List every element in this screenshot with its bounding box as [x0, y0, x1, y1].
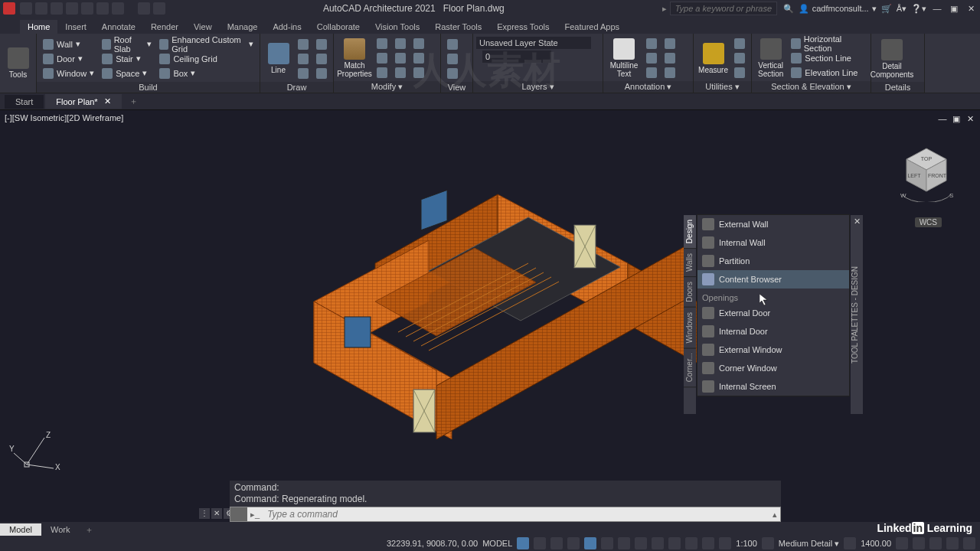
units-icon[interactable] [896, 537, 908, 549]
palette-item-internal-door[interactable]: Internal Door [697, 322, 849, 341]
fillet-button[interactable] [410, 51, 427, 65]
rect-button[interactable] [295, 67, 312, 80]
dim-button[interactable] [643, 37, 660, 51]
workspace-icon[interactable] [844, 537, 856, 549]
viewport-maximize-button[interactable]: ▣ [951, 113, 962, 124]
ellipse-button[interactable] [313, 52, 330, 66]
anno-b-button[interactable] [662, 51, 678, 65]
palette-close-button[interactable]: ✕ [852, 217, 861, 226]
leader-button[interactable] [643, 51, 660, 65]
tab-express-tools[interactable]: Express Tools [489, 20, 557, 34]
palette-item-internal-wall[interactable]: Internal Wall [697, 233, 849, 252]
qat-open-icon[interactable] [35, 2, 47, 15]
command-input[interactable] [263, 507, 769, 521]
polyline-button[interactable] [295, 37, 312, 51]
space-button[interactable]: Space ▾ [99, 67, 155, 80]
table-button[interactable] [643, 66, 660, 80]
qat-plot-icon[interactable] [81, 2, 93, 15]
trim-button[interactable] [410, 37, 427, 51]
cmd-handle-icon[interactable]: ⋮ [199, 508, 210, 519]
dynucs-toggle-icon[interactable] [618, 537, 630, 549]
palette-tab-corner[interactable]: Corner... [684, 348, 696, 387]
tab-annotate[interactable]: Annotate [94, 20, 143, 34]
util-c-button[interactable] [731, 66, 748, 80]
help-icon[interactable]: ❔▾ [911, 4, 926, 14]
isolate-icon[interactable] [913, 537, 925, 549]
close-tab-icon[interactable]: ✕ [104, 96, 111, 106]
tools-button[interactable]: Tools [3, 42, 33, 85]
panel-label-layers[interactable]: Layers ▾ [473, 81, 603, 93]
ucs-icon[interactable]: Z Y X [8, 430, 61, 476]
palette-item-internal-screen[interactable]: Internal Screen [697, 377, 849, 396]
anno-c-button[interactable] [662, 66, 678, 80]
ceiling-grid-button[interactable]: Ceiling Grid [156, 52, 256, 66]
otrack-toggle-icon[interactable] [601, 537, 613, 549]
qat-sheet-icon[interactable] [153, 2, 165, 15]
match-properties-button[interactable]: MatchProperties [337, 37, 372, 80]
detail-level[interactable]: Medium Detail ▾ [779, 539, 839, 549]
qat-share-icon[interactable] [138, 2, 150, 15]
stair-button[interactable]: Stair ▾ [99, 52, 155, 66]
polar-toggle-icon[interactable] [567, 537, 580, 549]
annotation-scale[interactable]: 1:100 [736, 539, 757, 548]
arc-button[interactable] [313, 37, 330, 51]
palette-tab-walls[interactable]: Walls [684, 249, 696, 277]
tab-render[interactable]: Render [143, 20, 186, 34]
hardware-icon[interactable] [929, 537, 942, 549]
search-input[interactable] [670, 2, 777, 15]
qat-save-icon[interactable] [51, 2, 63, 15]
transparency-toggle-icon[interactable] [668, 537, 681, 549]
search-icon[interactable]: 🔍 [783, 4, 794, 14]
viewport-controls[interactable]: [-][SW Isometric][2D Wireframe] [5, 113, 123, 122]
util-b-button[interactable] [731, 51, 748, 65]
tab-manage[interactable]: Manage [220, 20, 266, 34]
palette-item-partition[interactable]: Partition [697, 252, 849, 270]
hatch-button[interactable] [313, 67, 330, 80]
palette-tab-doors[interactable]: Doors [684, 277, 696, 308]
qat-saveas-icon[interactable] [66, 2, 78, 15]
horizontal-section-button[interactable]: Horizontal Section [788, 37, 867, 51]
autodesk-icon[interactable]: Å▾ [897, 4, 906, 14]
lineweight-toggle-icon[interactable] [652, 537, 664, 549]
tab-insert[interactable]: Insert [57, 20, 94, 34]
detail-components-button[interactable]: DetailComponents [874, 37, 910, 80]
array-button[interactable] [410, 66, 427, 80]
viewport-close-button[interactable]: ✕ [965, 113, 975, 124]
maximize-button[interactable]: ▣ [948, 2, 960, 15]
panel-label-annotation[interactable]: Annotation ▾ [603, 81, 693, 93]
view-b-button[interactable] [444, 52, 461, 66]
cmd-close-icon[interactable]: ✕ [211, 508, 222, 519]
panel-label-utilities[interactable]: Utilities ▾ [694, 81, 751, 93]
stretch-button[interactable] [374, 66, 390, 80]
scale-button[interactable] [392, 66, 409, 80]
current-layer-select[interactable] [482, 51, 551, 63]
circle-button[interactable] [295, 52, 312, 66]
grid-toggle-icon[interactable] [517, 537, 529, 549]
annoscale-icon[interactable] [719, 537, 731, 549]
tab-collaborate[interactable]: Collaborate [309, 20, 368, 34]
roof-slab-button[interactable]: Roof Slab ▾ [99, 37, 155, 51]
grid-button[interactable]: Enhanced Custom Grid ▾ [156, 37, 256, 51]
palette-title-bar[interactable]: TOOL PALETTES - DESIGN [851, 215, 863, 414]
app-logo-icon[interactable] [3, 2, 15, 15]
door-button[interactable]: Door ▾ [40, 52, 97, 66]
window-button[interactable]: Window ▾ [40, 67, 97, 80]
new-tab-button[interactable]: ＋ [123, 93, 144, 109]
customize-icon[interactable] [963, 537, 975, 549]
qat-new-icon[interactable] [20, 2, 32, 15]
line-button[interactable]: Line [263, 37, 293, 80]
wcs-badge[interactable]: WCS [915, 217, 942, 227]
palette-tab-windows[interactable]: Windows [684, 308, 696, 349]
cleanscreen-icon[interactable] [946, 537, 959, 549]
command-line[interactable]: ▸_ ▴ [230, 507, 781, 522]
section-line-button[interactable]: Section Line [788, 51, 867, 65]
view-c-button[interactable] [444, 67, 461, 80]
model-space-toggle[interactable]: MODEL [482, 539, 512, 548]
panel-label-section[interactable]: Section & Elevation ▾ [752, 81, 871, 93]
chevron-right-icon[interactable]: ▸ [662, 4, 667, 14]
box-button[interactable]: Box ▾ [156, 67, 256, 80]
cart-icon[interactable]: 🛒 [881, 4, 892, 14]
tab-addins[interactable]: Add-ins [265, 20, 309, 34]
gear-icon[interactable] [762, 537, 774, 549]
layer-state-select[interactable] [476, 37, 591, 49]
